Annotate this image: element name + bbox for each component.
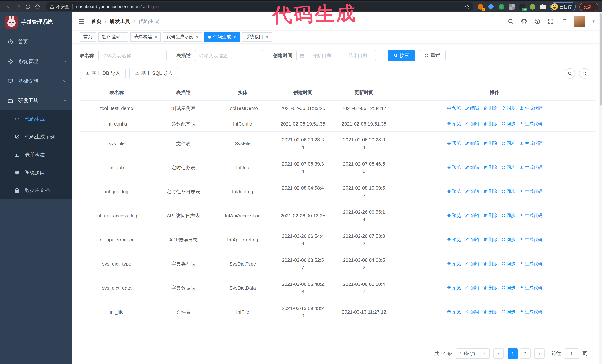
action-编辑[interactable]: 编辑 bbox=[465, 188, 479, 195]
extension-icon-1[interactable]: 1 bbox=[477, 3, 484, 10]
action-生成代码[interactable]: 生成代码 bbox=[519, 308, 543, 315]
bookmark-star-icon[interactable] bbox=[464, 4, 470, 9]
next-page-button[interactable]: › bbox=[534, 348, 545, 359]
back-icon[interactable] bbox=[4, 2, 13, 11]
breadcrumb-item[interactable]: 研发工具 bbox=[110, 18, 130, 25]
action-同步[interactable]: 同步 bbox=[501, 212, 516, 219]
action-编辑[interactable]: 编辑 bbox=[465, 212, 479, 219]
toggle-search-icon[interactable] bbox=[565, 68, 575, 79]
tab-链路追踪[interactable]: 链路追踪× bbox=[98, 32, 128, 42]
action-删除[interactable]: 删除 bbox=[483, 284, 497, 291]
menu-kebab-icon[interactable] bbox=[594, 5, 595, 9]
sidebar-item-研发工具[interactable]: 研发工具 bbox=[0, 91, 72, 110]
table-name-input[interactable] bbox=[98, 50, 167, 61]
action-删除[interactable]: 删除 bbox=[483, 120, 497, 127]
tab-首页[interactable]: 首页 bbox=[80, 32, 96, 42]
extension-icon-3[interactable]: ✓ bbox=[498, 3, 505, 10]
page-scrollbar[interactable] bbox=[599, 12, 602, 364]
close-icon[interactable]: × bbox=[234, 35, 236, 39]
action-预览[interactable]: 预览 bbox=[447, 212, 461, 219]
action-同步[interactable]: 同步 bbox=[501, 308, 516, 315]
sidebar-subitem-数据库文档[interactable]: 数据库文档 bbox=[0, 181, 72, 199]
action-生成代码[interactable]: 生成代码 bbox=[519, 284, 543, 291]
home-icon[interactable] bbox=[32, 2, 42, 11]
sidebar-item-系统管理[interactable]: 系统管理 bbox=[0, 52, 72, 71]
action-删除[interactable]: 删除 bbox=[483, 140, 497, 147]
caret-down-icon[interactable]: ▼ bbox=[592, 19, 595, 23]
reload-icon[interactable] bbox=[23, 2, 32, 11]
page-size-select[interactable]: 10条/页▼ bbox=[456, 348, 490, 359]
action-预览[interactable]: 预览 bbox=[447, 104, 461, 112]
close-icon[interactable]: × bbox=[122, 35, 125, 39]
action-生成代码[interactable]: 生成代码 bbox=[519, 140, 543, 147]
action-生成代码[interactable]: 生成代码 bbox=[519, 212, 543, 219]
sidebar-subitem-表单构建[interactable]: 表单构建 bbox=[0, 146, 72, 164]
action-编辑[interactable]: 编辑 bbox=[465, 236, 479, 243]
action-编辑[interactable]: 编辑 bbox=[465, 104, 479, 112]
action-编辑[interactable]: 编辑 bbox=[465, 308, 479, 315]
import-button-基于 SQL 导入[interactable]: 基于 SQL 导入 bbox=[129, 68, 178, 79]
sidebar-subitem-代码生成[interactable]: 代码生成 bbox=[0, 110, 72, 128]
extension-icon-4[interactable] bbox=[508, 3, 515, 10]
github-icon[interactable] bbox=[520, 18, 527, 25]
action-同步[interactable]: 同步 bbox=[501, 260, 516, 267]
action-删除[interactable]: 删除 bbox=[483, 260, 497, 267]
prev-page-button[interactable]: ‹ bbox=[494, 348, 504, 359]
action-删除[interactable]: 删除 bbox=[483, 188, 497, 195]
update-button[interactable]: 更新 bbox=[579, 2, 598, 11]
extension-icon-2[interactable] bbox=[487, 3, 494, 10]
page-button-1[interactable]: 1 bbox=[507, 348, 518, 359]
action-生成代码[interactable]: 生成代码 bbox=[519, 164, 543, 171]
action-同步[interactable]: 同步 bbox=[501, 164, 516, 171]
profile-chip[interactable]: 已暂停 bbox=[550, 2, 576, 11]
action-删除[interactable]: 删除 bbox=[483, 308, 497, 315]
action-删除[interactable]: 删除 bbox=[483, 104, 497, 112]
date-range-picker[interactable]: 开始日期 - 结束日期 bbox=[296, 50, 376, 61]
action-删除[interactable]: 删除 bbox=[483, 212, 497, 219]
action-编辑[interactable]: 编辑 bbox=[465, 260, 479, 267]
goto-page-input[interactable] bbox=[564, 348, 580, 359]
tab-表单构建[interactable]: 表单构建× bbox=[130, 32, 161, 42]
fullscreen-icon[interactable] bbox=[547, 18, 554, 25]
action-编辑[interactable]: 编辑 bbox=[465, 284, 479, 291]
extension-icon-7[interactable] bbox=[539, 3, 546, 10]
text-size-icon[interactable] bbox=[560, 18, 567, 25]
action-同步[interactable]: 同步 bbox=[501, 284, 516, 291]
action-预览[interactable]: 预览 bbox=[447, 120, 461, 127]
search-icon[interactable] bbox=[507, 18, 514, 25]
action-编辑[interactable]: 编辑 bbox=[465, 164, 479, 171]
action-同步[interactable]: 同步 bbox=[501, 188, 516, 195]
action-生成代码[interactable]: 生成代码 bbox=[519, 236, 543, 243]
import-button-基于 DB 导入[interactable]: 基于 DB 导入 bbox=[80, 68, 126, 79]
action-预览[interactable]: 预览 bbox=[447, 236, 461, 243]
page-button-2[interactable]: 2 bbox=[520, 348, 530, 359]
action-预览[interactable]: 预览 bbox=[447, 140, 461, 147]
action-生成代码[interactable]: 生成代码 bbox=[519, 104, 543, 112]
sidebar-subitem-系统接口[interactable]: 系统接口 bbox=[0, 164, 72, 181]
action-预览[interactable]: 预览 bbox=[447, 284, 461, 291]
search-button[interactable]: 搜索 bbox=[388, 50, 415, 61]
tab-代码生成示例[interactable]: 代码生成示例× bbox=[163, 32, 202, 42]
app-logo[interactable]: 芋道管理系统 bbox=[0, 12, 72, 32]
sidebar-item-基础设施[interactable]: 基础设施 bbox=[0, 71, 72, 91]
hamburger-icon[interactable] bbox=[78, 18, 85, 25]
scrollbar-thumb[interactable] bbox=[600, 13, 602, 105]
action-预览[interactable]: 预览 bbox=[447, 308, 461, 315]
action-生成代码[interactable]: 生成代码 bbox=[519, 188, 543, 195]
action-编辑[interactable]: 编辑 bbox=[465, 140, 479, 147]
extension-icon-5[interactable]: on bbox=[518, 3, 526, 10]
action-编辑[interactable]: 编辑 bbox=[465, 120, 479, 127]
help-icon[interactable] bbox=[534, 18, 540, 25]
action-生成代码[interactable]: 生成代码 bbox=[519, 120, 543, 127]
action-同步[interactable]: 同步 bbox=[501, 104, 516, 112]
table-desc-input[interactable] bbox=[195, 50, 263, 61]
extension-icon-6[interactable] bbox=[529, 3, 536, 10]
breadcrumb-item[interactable]: 首页 bbox=[91, 18, 101, 25]
action-同步[interactable]: 同步 bbox=[501, 140, 516, 147]
tab-代码生成[interactable]: 代码生成× bbox=[204, 32, 240, 42]
close-icon[interactable]: × bbox=[266, 35, 269, 39]
action-删除[interactable]: 删除 bbox=[483, 236, 497, 243]
refresh-icon[interactable] bbox=[579, 68, 589, 79]
sidebar-subitem-代码生成示例[interactable]: 代码生成示例 bbox=[0, 128, 72, 146]
action-预览[interactable]: 预览 bbox=[447, 260, 461, 267]
